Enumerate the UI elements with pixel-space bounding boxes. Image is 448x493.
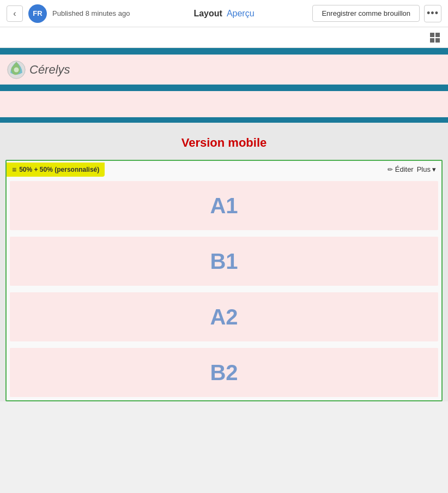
grid-icon [429, 32, 440, 43]
site-nav-bar [0, 85, 448, 91]
publish-status: Published 8 minutes ago [52, 9, 130, 17]
layout-actions: ✏ Éditer Plus ▾ [382, 161, 441, 178]
cell-b2-label: B2 [210, 360, 238, 385]
svg-rect-1 [435, 33, 440, 37]
grid-row-4: B2 [7, 345, 441, 400]
grid-cell-b2: B2 [10, 348, 438, 397]
site-secondary-bar [0, 91, 448, 117]
layout-tag: ≡ 50% + 50% (personnalisé) [7, 163, 105, 177]
hamburger-icon: ≡ [12, 165, 16, 174]
grid-row-2: B1 [7, 233, 441, 289]
main-toolbar: ‹ FR Published 8 minutes ago Layout Aper… [0, 0, 448, 27]
grid-cell-a2: A2 [10, 292, 438, 341]
pencil-icon: ✏ [388, 166, 393, 173]
back-button[interactable]: ‹ [7, 5, 23, 22]
toolbar-row2 [0, 27, 448, 48]
main-content: Cérelys Version mobile ≡ 50% + 50% (pers… [0, 48, 448, 401]
layout-section: ≡ 50% + 50% (personnalisé) ✏ Éditer Plus… [5, 160, 443, 401]
layout-section-header: ≡ 50% + 50% (personnalisé) ✏ Éditer Plus… [7, 161, 441, 178]
toolbar-left: ‹ FR Published 8 minutes ago [7, 4, 307, 23]
site-logo-bar: Cérelys [0, 55, 448, 85]
cell-a1-label: A1 [210, 194, 238, 218]
svg-rect-2 [430, 38, 434, 43]
version-mobile-label: Version mobile [0, 123, 448, 160]
layout-tag-label: 50% + 50% (personnalisé) [19, 166, 99, 173]
grid-cell-a1: A1 [10, 181, 438, 230]
apercu-link[interactable]: Aperçu [227, 9, 255, 19]
site-bottom-bar [0, 117, 448, 123]
grid-view-button[interactable] [426, 29, 444, 46]
avatar[interactable]: FR [28, 4, 47, 23]
toolbar-right: Enregistrer comme brouillon ••• [312, 5, 441, 22]
grid-cell-b1: B1 [10, 237, 438, 286]
cell-a2-label: A2 [210, 305, 238, 329]
more-button[interactable]: ••• [424, 5, 441, 22]
plus-button[interactable]: Plus ▾ [417, 165, 436, 173]
grid-row-3: A2 [7, 289, 441, 345]
chevron-down-icon: ▾ [432, 165, 436, 173]
toolbar-center: Layout Aperçu [193, 9, 254, 19]
edit-button[interactable]: ✏ Éditer [388, 165, 414, 173]
layout-label: Layout [193, 9, 222, 19]
save-draft-button[interactable]: Enregistrer comme brouillon [312, 5, 420, 22]
svg-rect-0 [430, 33, 434, 37]
logo-icon [7, 60, 26, 80]
svg-rect-3 [435, 38, 440, 43]
svg-point-5 [14, 67, 19, 72]
cell-b1-label: B1 [210, 249, 238, 274]
site-header-bar [0, 48, 448, 55]
grid-row-1: A1 [7, 178, 441, 233]
site-logo: Cérelys [7, 60, 70, 80]
logo-text: Cérelys [29, 63, 70, 77]
